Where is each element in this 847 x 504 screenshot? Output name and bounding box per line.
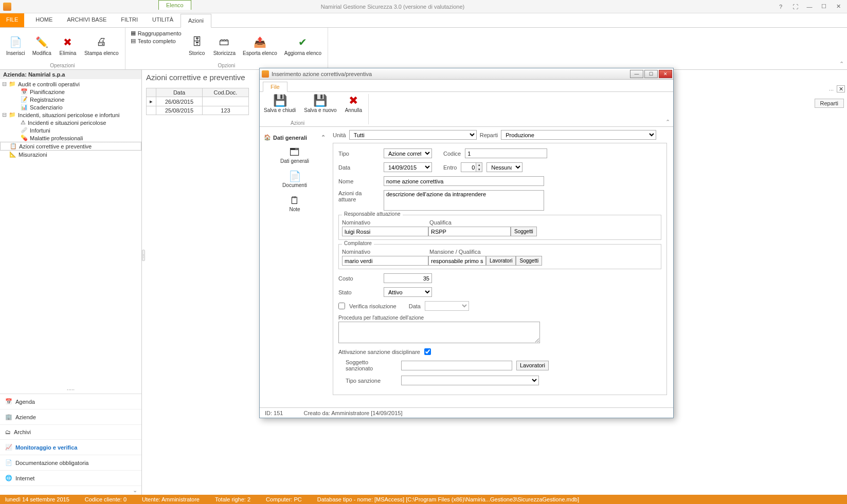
nome-input[interactable] (384, 176, 544, 186)
close-button[interactable]: ✕ (832, 2, 845, 12)
tree-azioni[interactable]: 📋 Azioni correttive e preventive (0, 142, 141, 151)
fullscreen-button[interactable]: ⛶ (788, 2, 802, 12)
tipo-select[interactable]: Azione correttiva (384, 148, 432, 158)
dialog-maximize-button[interactable]: ☐ (644, 70, 658, 78)
storico-button[interactable]: 🗄Storico (185, 29, 209, 62)
tree-infortuni[interactable]: 🩹 Infortuni (0, 126, 141, 134)
testo-completo-button[interactable]: ▤Testo completo (131, 38, 182, 44)
data-select[interactable]: 14/09/2015 (384, 162, 432, 172)
comp-mans-input[interactable] (428, 256, 486, 266)
storicizza-button[interactable]: 🗃Storicizza (210, 29, 239, 62)
inserisci-button[interactable]: 📄Inserisci (3, 29, 28, 62)
stampa-button[interactable]: 🖨Stampa elenco (81, 29, 122, 62)
tab-filtri[interactable]: FILTRI (114, 13, 145, 27)
resp-qual-input[interactable] (428, 227, 511, 236)
ribbon: 📄Inserisci ✏️Modifica ✖Elimina 🖨Stampa e… (0, 28, 847, 70)
ribbon-collapse-icon[interactable]: ⌃ (839, 61, 844, 67)
verifica-checkbox[interactable] (338, 303, 345, 309)
codice-input[interactable] (465, 148, 547, 158)
unita-label: Unità (333, 132, 346, 138)
tree-incidenti[interactable]: ⊟📁 Incidenti, situazioni pericolose e in… (0, 111, 141, 119)
reparti-button[interactable]: Reparti (815, 99, 844, 108)
tipo-sanz-select[interactable] (401, 376, 539, 385)
salva-nuovo-button[interactable]: 💾Salva e nuovo (300, 92, 340, 126)
statusbar: lunedì 14 settembre 2015 Codice cliente:… (0, 495, 847, 504)
dialog-icon (262, 70, 269, 78)
sanz-checkbox[interactable] (424, 348, 431, 355)
tab-azioni[interactable]: Azioni (181, 14, 211, 28)
splitter-dots[interactable]: ····· (0, 385, 141, 394)
company-label: Azienda: Namirial s.p.a (0, 70, 141, 79)
bottom-links: 📅 Agenda 🏢 Aziende 🗂 Archivi 📈 Monitorag… (0, 394, 141, 486)
elimina-button[interactable]: ✖Elimina (56, 29, 80, 62)
resp-nom-input[interactable] (342, 227, 428, 236)
esporta-button[interactable]: 📤Esporta elenco (240, 29, 280, 62)
link-aziende[interactable]: 🏢 Aziende (0, 409, 141, 425)
entro-spinbox[interactable]: ▲▼ (461, 162, 482, 172)
soggetti-button[interactable]: Soggetti (511, 227, 537, 236)
tab-home[interactable]: HOME (28, 13, 60, 27)
tab-file[interactable]: FILE (0, 13, 24, 27)
filter-more[interactable]: ··· (829, 87, 834, 93)
app-icon (3, 3, 11, 11)
dialog-ribbon-group-label: Azioni (291, 120, 304, 126)
tree-audit[interactable]: ⊟📁 Audit e controlli operativi (0, 80, 141, 88)
comp-nom-input[interactable] (342, 256, 428, 266)
proc-label: Procedura per l'attuazione dell'azione (338, 315, 661, 321)
link-agenda[interactable]: 📅 Agenda (0, 394, 141, 409)
dialog-tab-file[interactable]: File (263, 82, 287, 92)
maximize-button[interactable]: ☐ (817, 2, 831, 12)
costo-input[interactable] (384, 273, 432, 283)
proc-textarea[interactable] (338, 322, 540, 343)
table-row: 25/08/2015123 (147, 106, 249, 115)
dialog-minimize-button[interactable]: — (630, 70, 643, 78)
azioni-textarea[interactable]: descrizione dell'azione da intraprendere (384, 190, 544, 211)
tab-archivi[interactable]: ARCHIVI BASE (60, 13, 114, 27)
tree-pianificazione[interactable]: 📅 Pianificazione (0, 88, 141, 96)
tree-misurazioni[interactable]: 📐 Misurazioni (0, 151, 141, 158)
tree-scadenziario[interactable]: 📊 Scadenziario (0, 103, 141, 111)
tree: ⊟📁 Audit e controlli operativi 📅 Pianifi… (0, 79, 141, 385)
help-button[interactable]: ? (774, 2, 787, 12)
tree-registrazione[interactable]: 📝 Registrazione (0, 96, 141, 103)
sogg-sanz-input[interactable] (401, 361, 512, 370)
link-monitoraggio[interactable]: 📈 Monitoraggio e verifica (0, 440, 141, 455)
sidenav-documenti[interactable]: 📄Documenti (262, 167, 328, 191)
tree-malattie[interactable]: 💊 Malattie professionali (0, 134, 141, 142)
col-data: Data (156, 88, 203, 97)
verifica-data-select[interactable] (425, 301, 469, 311)
sidenav-header[interactable]: 🏠 Dati generali⌃ (262, 132, 328, 143)
link-internet[interactable]: 🌐 Internet (0, 471, 141, 486)
unita-select[interactable]: Tutti (349, 130, 477, 140)
annulla-button[interactable]: ✖Annulla (341, 92, 366, 126)
minimize-button[interactable]: — (803, 2, 816, 12)
sidenav-note[interactable]: 🗒Note (262, 191, 328, 215)
leftpane-collapse-icon[interactable]: ⌄ (0, 486, 141, 495)
splitter-handle[interactable]: ⋮ (142, 250, 145, 261)
link-archivi[interactable]: 🗂 Archivi (0, 425, 141, 440)
dialog-ribbon-collapse-icon[interactable]: ⌃ (665, 119, 670, 125)
reparti-select[interactable]: Produzione (501, 130, 656, 140)
entro-label: Entro (443, 164, 457, 171)
filter-close-icon[interactable]: ✕ (837, 85, 845, 92)
menubar: FILE HOME ARCHIVI BASE FILTRI UTILITÀ Az… (0, 13, 847, 28)
sidenav-dati[interactable]: 🗔Dati generali (262, 143, 328, 167)
verifica-label: Verifica risoluzione (349, 303, 397, 309)
aggiorna-button[interactable]: ✔Aggiorna elenco (281, 29, 325, 62)
context-tab[interactable]: Elenco (158, 0, 191, 10)
tipo-sanz-label: Tipo sanzione (346, 378, 397, 384)
soggetti2-button[interactable]: Soggetti (516, 256, 542, 266)
raggruppamento-button[interactable]: ▦Raggruppamento (131, 30, 182, 36)
lavoratori-button[interactable]: Lavoratori (486, 256, 516, 266)
col-cod: Cod.Doc. (203, 88, 249, 97)
tree-incidenti-sit[interactable]: ⚠ Incidenti e situazioni pericolose (0, 119, 141, 126)
lavoratori2-button[interactable]: Lavoratori (516, 361, 549, 370)
stato-select[interactable]: Attivo (384, 287, 432, 297)
tab-utilita[interactable]: UTILITÀ (145, 13, 181, 27)
modifica-button[interactable]: ✏️Modifica (29, 29, 55, 62)
dialog-titlebar[interactable]: Inserimento azione correttiva/preventiva… (260, 68, 673, 80)
sogg-sanz-label: Soggetto sanzionato (346, 359, 397, 371)
link-documentazione[interactable]: 📄 Documentazione obbligatoria (0, 455, 141, 471)
entro-unit-select[interactable]: Nessuna (486, 162, 522, 172)
dialog-close-button[interactable]: ✕ (659, 70, 672, 78)
